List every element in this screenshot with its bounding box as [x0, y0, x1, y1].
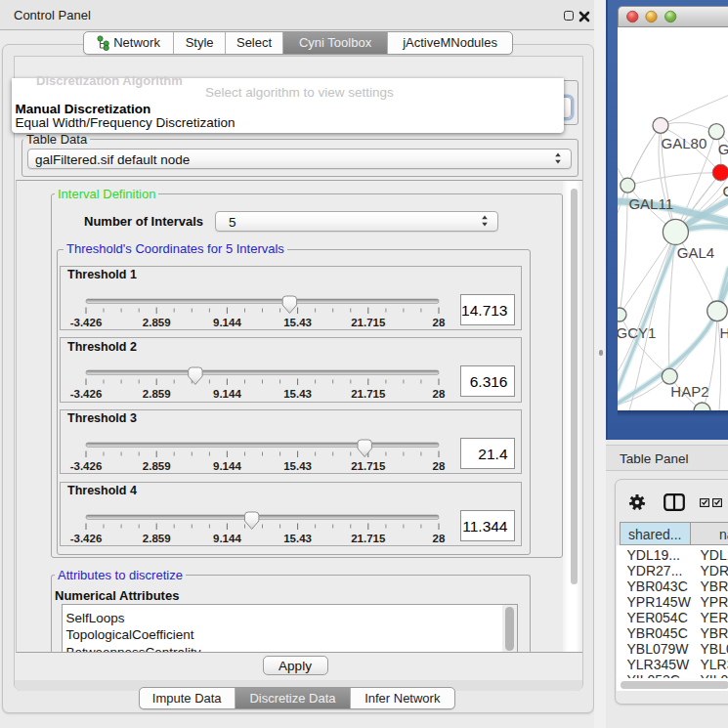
svg-text:GAL4: GAL4	[676, 243, 713, 260]
svg-text:28: 28	[433, 460, 446, 472]
svg-text:15.43: 15.43	[283, 460, 312, 472]
svg-text:GCY1: GCY1	[618, 323, 656, 340]
svg-text:HAP2: HAP2	[670, 383, 708, 400]
svg-text:2.859: 2.859	[143, 533, 171, 544]
svg-text:-3.426: -3.426	[70, 533, 103, 544]
svg-text:28: 28	[433, 533, 446, 544]
svg-text:GAL11: GAL11	[628, 194, 673, 211]
svg-text:GAL80: GAL80	[661, 135, 707, 151]
svg-text:2.859: 2.859	[143, 317, 171, 328]
svg-text:28: 28	[433, 317, 446, 328]
svg-text:9.144: 9.144	[213, 388, 241, 400]
svg-text:15.43: 15.43	[283, 533, 312, 544]
svg-text:21.715: 21.715	[351, 533, 386, 544]
svg-text:-3.426: -3.426	[70, 317, 103, 328]
svg-text:28: 28	[433, 388, 446, 400]
svg-text:-3.426: -3.426	[70, 460, 103, 472]
svg-text:15.43: 15.43	[283, 317, 312, 328]
svg-text:9.144: 9.144	[213, 533, 241, 544]
svg-text:9.144: 9.144	[213, 460, 241, 472]
svg-text:21.715: 21.715	[351, 388, 386, 400]
svg-text:HA: HA	[719, 323, 728, 340]
svg-text:2.859: 2.859	[143, 460, 171, 472]
svg-text:GA: GA	[717, 141, 728, 157]
svg-text:21.715: 21.715	[351, 317, 386, 328]
svg-text:9.144: 9.144	[213, 317, 241, 328]
svg-text:2.859: 2.859	[143, 388, 171, 400]
svg-text:C: C	[722, 182, 728, 198]
svg-text:-3.426: -3.426	[70, 388, 103, 400]
svg-text:21.715: 21.715	[351, 460, 386, 472]
svg-text:15.43: 15.43	[283, 388, 312, 400]
